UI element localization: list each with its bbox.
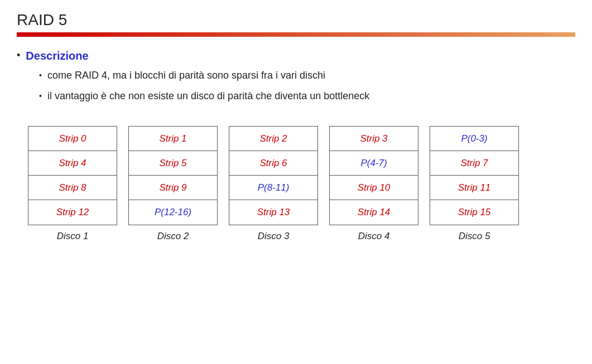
disk-3-cell-1: Strip 2 [229,127,317,151]
gradient-bar [17,32,575,37]
disk-grid-5: P(0-3)Strip 7Strip 11Strip 15 [430,126,519,225]
disk-3-cell-2: Strip 6 [229,151,317,176]
disk-column-3: Strip 2Strip 6P(8-11)Strip 13Disco 3 [229,126,318,242]
disk-1-cell-3: Strip 8 [28,176,117,200]
disk-grid-2: Strip 1Strip 5Strip 9P(12-16) [128,126,218,225]
disk-column-4: Strip 3P(4-7)Strip 10Strip 14Disco 4 [329,126,418,242]
disk-2-cell-1: Strip 1 [129,127,217,151]
sub-dot-2: • [39,90,42,102]
disk-3-cell-3: P(8-11) [229,176,317,200]
disk-1-cell-2: Strip 4 [28,151,117,176]
disk-label-2: Disco 2 [157,231,189,242]
disk-2-cell-4: P(12-16) [129,200,217,225]
disk-1-cell-1: Strip 0 [28,127,117,151]
sub-bullet-2: • il vantaggio è che non esiste un disco… [39,89,575,104]
disk-4-cell-1: Strip 3 [330,127,418,151]
disk-5-cell-4: Strip 15 [430,200,518,225]
disk-4-cell-3: Strip 10 [330,176,418,200]
disk-2-cell-3: Strip 9 [129,176,217,200]
section-title: Descrizione [26,48,88,64]
disk-column-2: Strip 1Strip 5Strip 9P(12-16)Disco 2 [128,126,218,242]
disk-grid-3: Strip 2Strip 6P(8-11)Strip 13 [229,126,318,225]
sub-text-1: come RAID 4, ma i blocchi di parità sono… [47,68,325,83]
disk-column-1: Strip 0Strip 4Strip 8Strip 12Disco 1 [28,126,117,242]
section-bullet-dot: • [17,48,20,62]
sub-bullets-container: • come RAID 4, ma i blocchi di parità so… [39,68,575,104]
disk-label-3: Disco 3 [258,231,290,242]
disk-5-cell-2: Strip 7 [430,151,518,176]
disk-2-cell-2: Strip 5 [129,151,217,176]
disk-label-4: Disco 4 [358,231,390,242]
disk-5-cell-3: Strip 11 [430,176,518,200]
sub-text-2: il vantaggio è che non esiste un disco d… [47,89,369,104]
sub-dot-1: • [39,70,42,81]
disk-label-1: Disco 1 [57,231,89,242]
page-title: RAID 5 [17,11,575,29]
disk-label-5: Disco 5 [459,231,490,242]
raid-diagram: Strip 0Strip 4Strip 8Strip 12Disco 1Stri… [17,126,575,242]
disk-grid-1: Strip 0Strip 4Strip 8Strip 12 [28,126,117,225]
disk-4-cell-2: P(4-7) [330,151,418,176]
section-header: • Descrizione [17,48,575,64]
disk-4-cell-4: Strip 14 [330,200,418,225]
disk-grid-4: Strip 3P(4-7)Strip 10Strip 14 [329,126,418,225]
disk-3-cell-4: Strip 13 [229,200,317,225]
disk-column-5: P(0-3)Strip 7Strip 11Strip 15Disco 5 [430,126,519,242]
disk-1-cell-4: Strip 12 [28,200,117,225]
disk-5-cell-1: P(0-3) [430,127,518,151]
sub-bullet-1: • come RAID 4, ma i blocchi di parità so… [39,68,575,83]
